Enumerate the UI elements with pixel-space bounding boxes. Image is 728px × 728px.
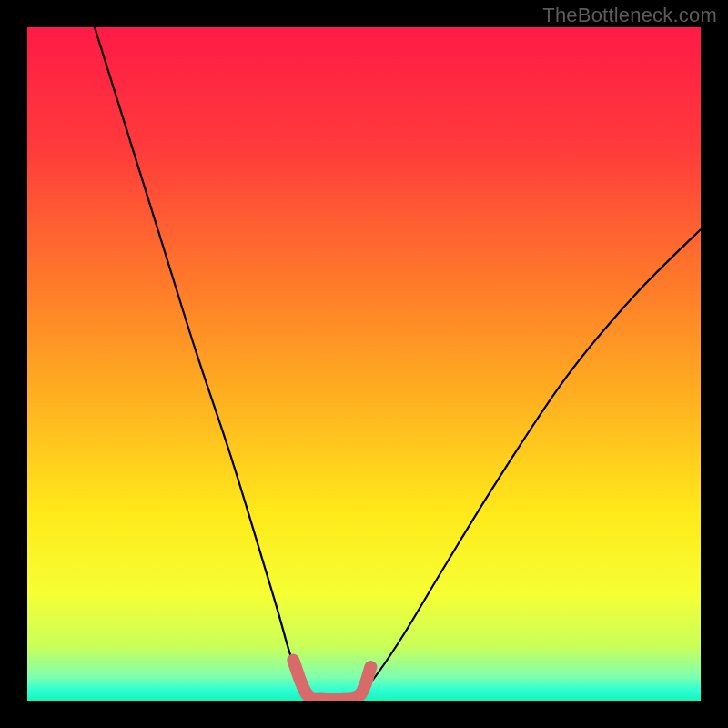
curve-layer xyxy=(27,27,701,701)
left-curve xyxy=(95,27,307,694)
bottom-highlight xyxy=(293,661,370,700)
chart-frame: TheBottleneck.com xyxy=(0,0,728,728)
watermark-text: TheBottleneck.com xyxy=(542,4,717,27)
right-curve xyxy=(360,229,701,694)
plot-area xyxy=(27,27,701,701)
